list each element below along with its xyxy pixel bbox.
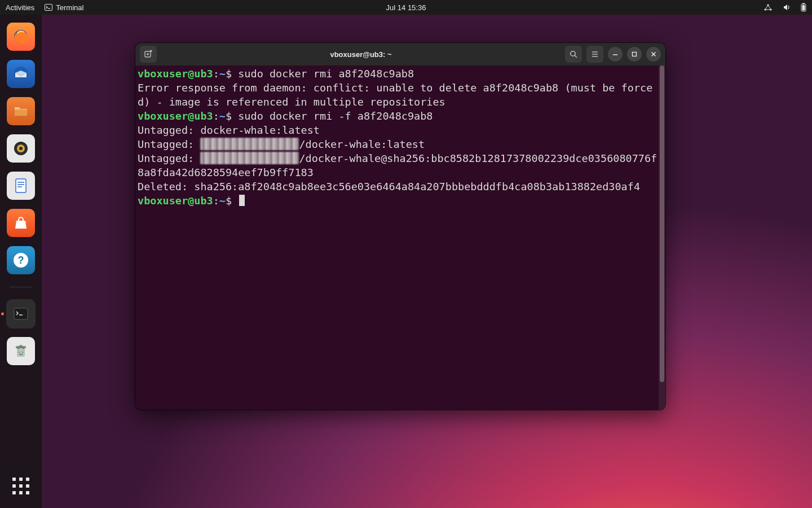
terminal-line: Deleted: sha256:a8f2048c9ab8ee3c56e03e64… — [138, 179, 663, 194]
prompt-path: ~ — [219, 195, 226, 207]
redacted-text — [200, 138, 299, 150]
svg-rect-14 — [16, 179, 26, 192]
svg-point-13 — [19, 147, 23, 150]
writer-icon[interactable] — [7, 172, 35, 200]
terminal-line: Error response from daemon: conflict: un… — [138, 81, 663, 109]
output-text: Error response from daemon: conflict: un… — [138, 82, 652, 108]
trash-icon[interactable] — [7, 337, 35, 365]
active-app-label: Terminal — [56, 3, 83, 12]
terminal-line: vboxuser@ub3:~$ sudo docker rmi -f a8f20… — [138, 109, 663, 123]
prompt-user: vboxuser@ub3 — [138, 110, 213, 122]
svg-rect-10 — [15, 110, 27, 116]
close-icon — [650, 51, 657, 58]
terminal-line: vboxuser@ub3:~$ — [138, 194, 663, 208]
terminal-window: vboxuser@ub3: ~ vboxuser@ub3:~$ sudo doc… — [135, 43, 665, 410]
dock: ? — [0, 15, 42, 508]
output-text: Deleted: sha256:a8f2048c9ab8ee3c56e03e64… — [138, 181, 640, 192]
menu-button[interactable] — [586, 46, 603, 63]
battery-icon[interactable] — [801, 3, 806, 12]
svg-point-24 — [19, 352, 20, 353]
prompt-path: ~ — [219, 68, 226, 80]
redacted-text — [200, 152, 299, 164]
maximize-icon — [631, 51, 638, 58]
terminal-app-icon[interactable] — [7, 300, 35, 328]
hamburger-icon — [590, 50, 599, 59]
svg-rect-6 — [802, 3, 805, 5]
terminal-line: Untagged: docker-whale:latest — [138, 123, 663, 137]
prompt: vboxuser@ub3:~$ — [138, 110, 238, 122]
active-app-indicator[interactable]: Terminal — [45, 3, 83, 12]
activities-button[interactable]: Activities — [6, 3, 34, 12]
clock[interactable]: Jul 14 15:36 — [386, 3, 426, 12]
svg-rect-20 — [14, 308, 28, 319]
svg-rect-22 — [17, 348, 25, 357]
prompt-sigil: $ — [226, 195, 232, 207]
prompt-path: ~ — [219, 110, 226, 122]
prompt-user: vboxuser@ub3 — [138, 68, 213, 80]
terminal-small-icon — [45, 3, 52, 11]
svg-point-27 — [571, 51, 575, 56]
window-titlebar[interactable]: vboxuser@ub3: ~ — [135, 43, 665, 65]
cursor — [239, 195, 245, 206]
command-text: sudo docker rmi a8f2048c9ab8 — [238, 68, 414, 80]
prompt: vboxuser@ub3:~$ — [138, 195, 238, 207]
svg-rect-33 — [633, 52, 637, 56]
svg-text:?: ? — [18, 255, 24, 266]
svg-rect-7 — [802, 5, 805, 11]
maximize-button[interactable] — [627, 47, 642, 62]
help-icon[interactable]: ? — [7, 246, 35, 274]
terminal-line: Untagged: /docker-whale@sha256:bbc8582b1… — [138, 151, 663, 179]
prompt-sigil: $ — [226, 68, 232, 80]
prompt: vboxuser@ub3:~$ — [138, 68, 238, 80]
show-applications-button[interactable] — [7, 472, 35, 500]
firefox-icon[interactable] — [7, 23, 35, 51]
search-icon — [569, 50, 578, 59]
minimize-button[interactable] — [608, 47, 623, 62]
terminal-line: Untagged: /docker-whale:latest — [138, 137, 663, 151]
dock-divider — [10, 287, 32, 287]
close-button[interactable] — [646, 47, 661, 62]
thunderbird-icon[interactable] — [7, 60, 35, 88]
svg-rect-0 — [45, 5, 52, 11]
software-icon[interactable] — [7, 209, 35, 237]
search-button[interactable] — [565, 46, 582, 63]
svg-line-28 — [575, 55, 577, 58]
prompt-user: vboxuser@ub3 — [138, 195, 213, 207]
new-tab-button[interactable] — [140, 46, 157, 63]
terminal-scrollbar[interactable] — [659, 65, 665, 410]
svg-point-25 — [22, 352, 23, 353]
output-text: Untagged: docker-whale:latest — [138, 124, 320, 136]
network-icon[interactable] — [764, 3, 773, 11]
volume-icon[interactable] — [783, 3, 791, 11]
minimize-icon — [612, 51, 619, 58]
terminal-line: vboxuser@ub3:~$ sudo docker rmi a8f2048c… — [138, 67, 663, 81]
top-bar: Activities Terminal Jul 14 15:36 — [0, 0, 812, 15]
prompt-sigil: $ — [226, 110, 232, 122]
window-title: vboxuser@ub3: ~ — [161, 50, 561, 59]
command-text: sudo docker rmi -f a8f2048c9ab8 — [238, 110, 433, 122]
rhythmbox-icon[interactable] — [7, 134, 35, 163]
terminal-body[interactable]: vboxuser@ub3:~$ sudo docker rmi a8f2048c… — [135, 65, 665, 410]
files-icon[interactable] — [7, 97, 35, 125]
